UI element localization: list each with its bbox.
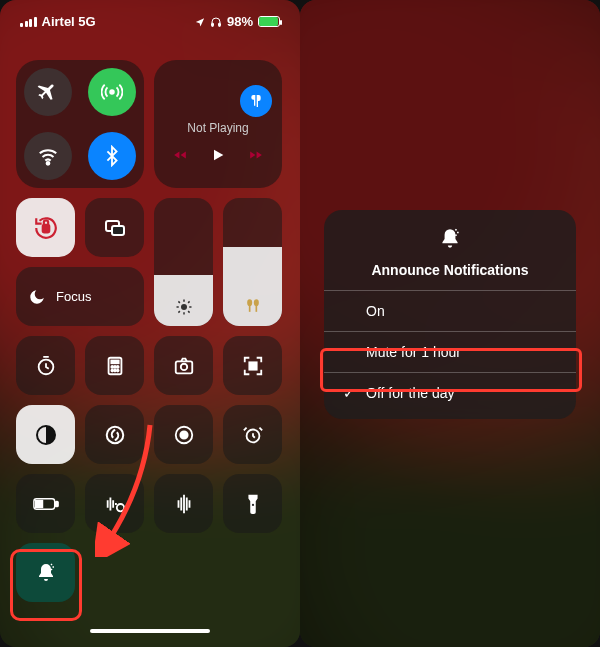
bluetooth-toggle[interactable]	[88, 132, 136, 180]
orientation-lock-button[interactable]	[16, 198, 75, 257]
svg-rect-11	[255, 304, 257, 312]
flashlight-icon	[246, 493, 260, 515]
svg-point-18	[111, 369, 113, 371]
svg-point-7	[181, 304, 187, 310]
timer-icon	[35, 355, 57, 377]
camera-button[interactable]	[154, 336, 213, 395]
svg-rect-6	[112, 226, 124, 235]
wifi-icon	[37, 145, 59, 167]
screenshot-right: Announce Notifications On Mute for 1 hou…	[300, 0, 600, 647]
carrier-label: Airtel 5G	[42, 14, 96, 29]
svg-point-16	[114, 366, 116, 368]
screen-record-button[interactable]	[154, 405, 213, 464]
announce-notifications-menu: Announce Notifications On Mute for 1 hou…	[324, 210, 576, 419]
sound-recognition-button[interactable]	[85, 474, 144, 533]
timer-button[interactable]	[16, 336, 75, 395]
flashlight-button[interactable]	[223, 474, 282, 533]
lock-rotation-icon	[33, 215, 59, 241]
option-off-label: Off for the day	[366, 385, 454, 401]
airplane-mode-toggle[interactable]	[24, 68, 72, 116]
svg-rect-23	[249, 362, 252, 365]
svg-point-15	[111, 366, 113, 368]
svg-rect-26	[253, 366, 256, 369]
alarm-icon	[242, 424, 264, 446]
status-bar: Airtel 5G 98%	[0, 14, 300, 29]
svg-point-28	[106, 426, 123, 443]
qr-scanner-button[interactable]	[223, 336, 282, 395]
svg-rect-0	[211, 23, 213, 27]
svg-point-3	[47, 162, 50, 165]
svg-rect-14	[111, 360, 118, 363]
next-button[interactable]	[248, 148, 264, 162]
svg-point-19	[114, 369, 116, 371]
mirroring-icon	[103, 216, 127, 240]
camera-icon	[173, 355, 195, 377]
option-mute-label: Mute for 1 hour	[366, 344, 461, 360]
svg-rect-24	[253, 362, 256, 365]
now-playing-label: Not Playing	[187, 121, 248, 135]
antenna-icon	[101, 81, 123, 103]
low-power-icon	[33, 496, 59, 512]
dark-mode-icon	[34, 423, 58, 447]
svg-point-36	[251, 503, 253, 505]
play-button[interactable]	[210, 147, 226, 163]
svg-rect-4	[42, 224, 49, 232]
announce-bell-icon	[437, 226, 463, 252]
location-icon	[195, 17, 205, 27]
moon-icon	[28, 288, 46, 306]
battery-percent: 98%	[227, 14, 253, 29]
announce-bell-icon	[34, 561, 58, 585]
voice-memo-button[interactable]	[154, 474, 213, 533]
bluetooth-icon	[101, 145, 123, 167]
svg-point-17	[116, 366, 118, 368]
audio-output-button[interactable]	[240, 85, 272, 117]
headphones-icon	[210, 16, 222, 28]
low-power-button[interactable]	[16, 474, 75, 533]
announce-notifications-button[interactable]	[16, 543, 75, 602]
connectivity-tile[interactable]	[16, 60, 144, 188]
airpods-volume-icon	[243, 296, 263, 316]
svg-point-30	[180, 431, 187, 438]
svg-point-22	[180, 363, 186, 369]
svg-rect-9	[248, 304, 250, 312]
sound-search-icon	[103, 493, 127, 515]
record-icon	[173, 424, 195, 446]
option-on[interactable]: On	[324, 290, 576, 331]
svg-point-20	[116, 369, 118, 371]
svg-rect-33	[55, 501, 58, 506]
cellular-data-toggle[interactable]	[88, 68, 136, 116]
brightness-slider[interactable]	[154, 198, 213, 326]
menu-title: Announce Notifications	[324, 262, 576, 278]
calculator-button[interactable]	[85, 336, 144, 395]
option-off-for-day[interactable]: ✓ Off for the day	[324, 372, 576, 413]
waveform-icon	[172, 493, 196, 515]
battery-icon	[258, 16, 280, 27]
screen-mirroring-button[interactable]	[85, 198, 144, 257]
shazam-button[interactable]	[85, 405, 144, 464]
home-indicator[interactable]	[90, 629, 210, 633]
option-on-label: On	[366, 303, 385, 319]
media-tile[interactable]: Not Playing	[154, 60, 282, 188]
focus-label: Focus	[56, 289, 91, 304]
svg-rect-25	[249, 366, 252, 369]
airplane-icon	[37, 81, 59, 103]
svg-rect-34	[35, 500, 42, 507]
wifi-toggle[interactable]	[24, 132, 72, 180]
qr-icon	[242, 355, 264, 377]
check-icon: ✓	[342, 385, 356, 401]
svg-rect-1	[218, 23, 220, 27]
calculator-icon	[104, 355, 126, 377]
dark-mode-button[interactable]	[16, 405, 75, 464]
focus-button[interactable]: Focus	[16, 267, 144, 326]
alarm-button[interactable]	[223, 405, 282, 464]
svg-point-2	[110, 90, 114, 94]
screenshot-left: Airtel 5G 98%	[0, 0, 300, 647]
volume-slider[interactable]	[223, 198, 282, 326]
previous-button[interactable]	[172, 148, 188, 162]
shazam-icon	[104, 424, 126, 446]
airpods-icon	[248, 93, 264, 109]
sun-icon	[175, 298, 193, 316]
option-mute-1-hour[interactable]: Mute for 1 hour	[324, 331, 576, 372]
control-center: Not Playing	[16, 60, 284, 612]
svg-point-35	[116, 504, 123, 511]
